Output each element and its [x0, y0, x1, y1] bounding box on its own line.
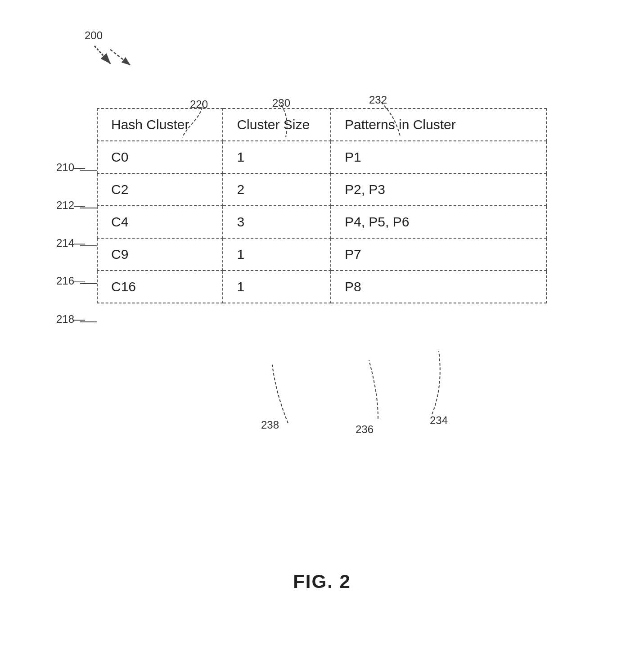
cell-size-1: 2 [223, 173, 331, 206]
cell-patterns-3: P7 [331, 238, 546, 271]
cell-patterns-4: P8 [331, 271, 546, 303]
figure-label: FIG. 2 [293, 571, 351, 592]
ref-232: 232 [369, 94, 387, 106]
cell-hash-3: C9 [97, 238, 223, 271]
table-row: C9 1 P7 [97, 238, 546, 271]
cell-size-3: 1 [223, 238, 331, 271]
cell-hash-1: C2 [97, 173, 223, 206]
ref-234: 234 [430, 414, 448, 427]
cell-hash-0: C0 [97, 141, 223, 173]
ref-214: 214— [56, 237, 85, 249]
ref-210: 210— [56, 161, 85, 174]
table-row: C4 3 P4, P5, P6 [97, 206, 546, 238]
cell-patterns-2: P4, P5, P6 [331, 206, 546, 238]
cell-patterns-1: P2, P3 [331, 173, 546, 206]
cell-size-0: 1 [223, 141, 331, 173]
ref-230: 230 [272, 97, 290, 109]
ref-218: 218— [56, 313, 85, 326]
table-row: C16 1 P8 [97, 271, 546, 303]
cell-hash-2: C4 [97, 206, 223, 238]
cell-hash-4: C16 [97, 271, 223, 303]
table-row: C2 2 P2, P3 [97, 173, 546, 206]
svg-line-8 [95, 46, 111, 64]
ref-216: 216— [56, 275, 85, 287]
cell-size-2: 3 [223, 206, 331, 238]
cell-patterns-0: P1 [331, 141, 546, 173]
ref-200: 200 [85, 29, 103, 42]
table-row: C0 1 P1 [97, 141, 546, 173]
ref-238: 238 [261, 419, 279, 431]
col-header-size: Cluster Size [223, 108, 331, 141]
ref-212: 212— [56, 199, 85, 212]
col-header-patterns: Patterns in Cluster [331, 108, 546, 141]
ref-236: 236 [356, 423, 374, 436]
cell-size-4: 1 [223, 271, 331, 303]
data-table: Hash Cluster Cluster Size Patterns in Cl… [97, 108, 547, 303]
col-header-hash: Hash Cluster [97, 108, 223, 141]
